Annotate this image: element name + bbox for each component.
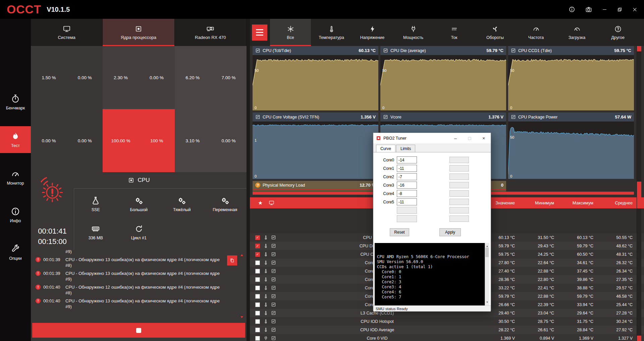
column-header-3[interactable]: Среднее bbox=[593, 200, 633, 205]
config-instruction-set[interactable]: SSE bbox=[74, 190, 117, 218]
pbo2-apply-button[interactable]: Apply bbox=[439, 228, 461, 236]
sidebar-item-info[interactable]: Инфо bbox=[0, 201, 31, 228]
tab-system[interactable]: Система bbox=[31, 19, 103, 46]
row-checkbox[interactable] bbox=[255, 302, 260, 307]
core-offset-secondary-input[interactable] bbox=[449, 215, 469, 222]
monitoring-scrollbar[interactable] bbox=[637, 46, 641, 341]
sensor-card-header[interactable]: CPU Core Voltage (SVI2 TFN)1.356 V bbox=[253, 112, 378, 121]
screen-icon[interactable] bbox=[269, 200, 274, 206]
row-checkbox[interactable]: ✓ bbox=[255, 244, 260, 248]
pbo2-reset-button[interactable]: Reset bbox=[390, 228, 409, 236]
tab-cpu-cores[interactable]: Ядра процессора bbox=[103, 19, 174, 46]
row-checkbox[interactable] bbox=[255, 336, 260, 341]
tab-power[interactable]: Мощность bbox=[393, 19, 434, 46]
core-offset-input[interactable]: -7 bbox=[397, 173, 417, 180]
sidebar-item-benchmark[interactable]: Бенчмарк bbox=[0, 89, 31, 115]
core-offset-secondary-input[interactable] bbox=[449, 174, 469, 180]
core-offset-input[interactable] bbox=[397, 207, 417, 214]
sidebar-item-test[interactable]: Тест bbox=[0, 126, 31, 153]
scroll-down-arrow[interactable] bbox=[637, 336, 641, 341]
log-scrollbar[interactable] bbox=[240, 254, 244, 318]
sensor-card-header[interactable]: CPU Package Power57.64 W bbox=[508, 112, 634, 121]
config-cycle[interactable]: Цикл #1 bbox=[117, 218, 161, 246]
row-checkbox[interactable]: ✓ bbox=[255, 235, 260, 240]
core-offset-input[interactable]: -16 bbox=[397, 182, 417, 189]
sensor-card-value: 59.79 °C bbox=[486, 48, 503, 53]
sensor-card-header[interactable]: CPU CCD1 (Tdie)59.75 °C bbox=[508, 46, 634, 55]
pbo2-console-scrollbar[interactable]: ▲ ▼ bbox=[485, 243, 489, 305]
core-offset-input[interactable]: -14 bbox=[397, 156, 417, 163]
sidebar-item-monitor[interactable]: Монитор bbox=[0, 164, 31, 191]
core-offset-input[interactable] bbox=[397, 215, 417, 222]
console-scroll-thumb[interactable] bbox=[485, 248, 489, 257]
column-header-2[interactable]: Максимум bbox=[554, 200, 593, 205]
config-load-type[interactable]: Переменная bbox=[204, 190, 247, 218]
core-offset-input[interactable]: -11 bbox=[397, 165, 417, 172]
pbo2-minimize-button[interactable]: – bbox=[448, 133, 463, 143]
about-icon[interactable] bbox=[569, 6, 575, 13]
row-checkbox[interactable] bbox=[255, 269, 260, 274]
tab-radeon-rx-470[interactable]: Radeon RX 470 bbox=[175, 19, 247, 46]
tab-usage[interactable]: Загрузка bbox=[556, 19, 597, 46]
monitoring-menu-button[interactable] bbox=[252, 25, 267, 41]
core-offset-secondary-input[interactable] bbox=[449, 157, 469, 163]
pbo2-maximize-button[interactable]: □ bbox=[463, 133, 477, 143]
core-offset-secondary-input[interactable] bbox=[449, 190, 469, 197]
core-offset-secondary-input[interactable] bbox=[449, 199, 469, 205]
sensor-card-header[interactable]: ?Physical Memory Load12.70 % bbox=[253, 181, 378, 190]
table-row[interactable]: CPU IOD Hotspot30.50 °C28.75 °C31.75 °C3… bbox=[250, 317, 644, 326]
pbo2-titlebar[interactable]: PBO2 Tuner – □ × bbox=[373, 133, 491, 143]
screenshot-icon[interactable] bbox=[585, 6, 592, 13]
row-checkbox[interactable] bbox=[255, 294, 260, 299]
config-memory[interactable]: 336 MB bbox=[74, 218, 117, 246]
core-offset-secondary-input[interactable] bbox=[449, 182, 469, 188]
row-checkbox[interactable] bbox=[255, 311, 260, 315]
console-scroll-down-icon[interactable]: ▼ bbox=[486, 300, 489, 305]
tab-voltage[interactable]: Напряжение bbox=[352, 19, 393, 46]
scroll-thumb[interactable] bbox=[637, 182, 641, 208]
tab-other[interactable]: Другое bbox=[597, 19, 638, 46]
tab-frequency[interactable]: Частота bbox=[516, 19, 556, 46]
row-checkbox[interactable] bbox=[255, 286, 260, 290]
row-checkbox[interactable] bbox=[255, 328, 260, 332]
sensor-card-header[interactable]: CPU Die (average)59.79 °C bbox=[380, 46, 506, 55]
row-checkbox[interactable] bbox=[255, 319, 260, 324]
row-checkbox[interactable] bbox=[255, 277, 260, 282]
favorites-star-icon[interactable]: ★ bbox=[258, 200, 263, 206]
tab-temperature[interactable]: Температура bbox=[311, 19, 352, 46]
test-status: 00:01:41 00:15:00 bbox=[31, 188, 74, 250]
copy-log-button[interactable] bbox=[227, 255, 237, 265]
row-checkbox[interactable]: ✓ bbox=[255, 252, 260, 257]
table-row[interactable]: CPU IOD Average28.22 °C26.61 °C28.84 °C2… bbox=[250, 326, 644, 334]
column-header-1[interactable]: Минимум bbox=[515, 200, 554, 205]
stop-test-button[interactable] bbox=[32, 323, 245, 338]
minimize-button[interactable] bbox=[602, 7, 607, 12]
pbo2-tab-curve[interactable]: Curve bbox=[376, 145, 395, 152]
tab-current[interactable]: Ток bbox=[434, 19, 475, 46]
tab-all[interactable]: Все bbox=[270, 19, 311, 46]
sensor-card[interactable]: CPU CCD1 (Tdie)59.75 °C500 bbox=[508, 46, 634, 110]
sensor-card[interactable]: CPU Die (average)59.79 °C500 bbox=[380, 46, 506, 110]
pbo2-tab-limits[interactable]: Limits bbox=[396, 145, 415, 152]
tab-fans[interactable]: Обороты bbox=[475, 19, 516, 46]
config-mode[interactable]: Тяжёлый bbox=[160, 190, 204, 218]
config-data-set[interactable]: Большой bbox=[117, 190, 161, 218]
close-button[interactable] bbox=[632, 7, 637, 12]
core-offset-secondary-input[interactable] bbox=[449, 165, 469, 172]
core-offset-input[interactable]: -8 bbox=[397, 190, 417, 197]
sidebar-item-options[interactable]: Опции bbox=[0, 239, 31, 266]
table-row[interactable]: Core 0 VID1.369 V0.894 V1.369 V1.327 V bbox=[250, 334, 644, 341]
row-checkbox[interactable] bbox=[255, 260, 260, 265]
core-offset-input[interactable]: -11 bbox=[397, 198, 417, 205]
sensor-card[interactable]: CPU (Tctl/Tdie)60.13 °C500 bbox=[253, 46, 378, 110]
pbo2-close-button[interactable]: × bbox=[477, 133, 491, 143]
scroll-up-arrow[interactable] bbox=[637, 46, 641, 51]
core-offset-secondary-input[interactable] bbox=[449, 207, 469, 213]
maximize-button[interactable] bbox=[617, 7, 622, 12]
sensor-card[interactable]: CPU Core Voltage (SVI2 TFN)1.356 V10 bbox=[253, 112, 378, 179]
sensor-card-header[interactable]: Vcore1.376 V bbox=[380, 112, 506, 121]
sensor-type-icon bbox=[263, 260, 268, 265]
sensor-card[interactable]: ?Physical Memory Load12.70 % bbox=[253, 181, 378, 191]
sensor-card[interactable]: CPU Package Power57.64 W500 bbox=[508, 112, 634, 179]
sensor-card-header[interactable]: CPU (Tctl/Tdie)60.13 °C bbox=[253, 46, 378, 55]
